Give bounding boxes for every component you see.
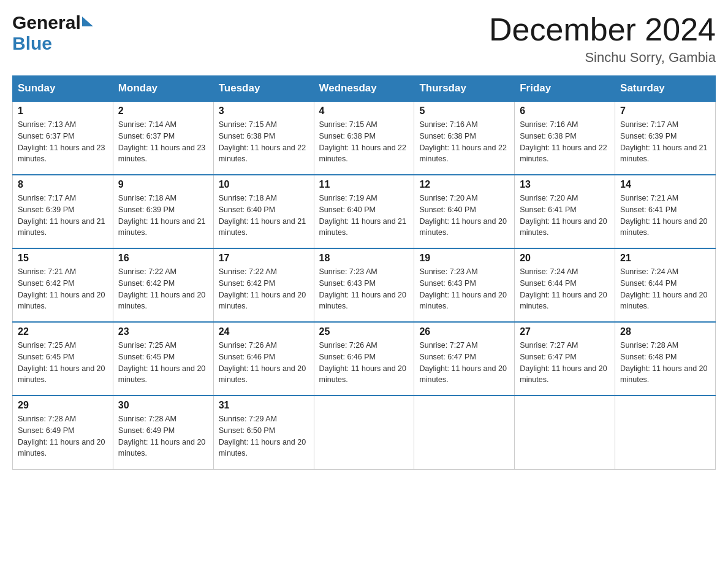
day-number: 3 bbox=[219, 105, 309, 117]
calendar-week-row: 29Sunrise: 7:28 AMSunset: 6:49 PMDayligh… bbox=[13, 396, 716, 469]
calendar-cell: 18Sunrise: 7:23 AMSunset: 6:43 PMDayligh… bbox=[314, 248, 414, 322]
day-info: Sunrise: 7:23 AMSunset: 6:43 PMDaylight:… bbox=[419, 266, 509, 312]
day-info: Sunrise: 7:14 AMSunset: 6:37 PMDaylight:… bbox=[118, 119, 208, 165]
day-number: 13 bbox=[520, 179, 610, 190]
calendar-cell: 28Sunrise: 7:28 AMSunset: 6:48 PMDayligh… bbox=[615, 322, 716, 396]
calendar-cell: 26Sunrise: 7:27 AMSunset: 6:47 PMDayligh… bbox=[414, 322, 515, 396]
day-info: Sunrise: 7:28 AMSunset: 6:49 PMDaylight:… bbox=[18, 413, 108, 459]
day-number: 6 bbox=[520, 105, 610, 117]
calendar-cell: 17Sunrise: 7:22 AMSunset: 6:42 PMDayligh… bbox=[213, 248, 314, 322]
day-info: Sunrise: 7:20 AMSunset: 6:40 PMDaylight:… bbox=[419, 193, 509, 239]
calendar-cell: 30Sunrise: 7:28 AMSunset: 6:49 PMDayligh… bbox=[113, 396, 213, 469]
day-number: 21 bbox=[620, 253, 710, 264]
day-info: Sunrise: 7:28 AMSunset: 6:48 PMDaylight:… bbox=[620, 340, 710, 386]
column-header-wednesday: Wednesday bbox=[314, 76, 414, 102]
day-info: Sunrise: 7:26 AMSunset: 6:46 PMDaylight:… bbox=[219, 340, 309, 386]
calendar-cell: 1Sunrise: 7:13 AMSunset: 6:37 PMDaylight… bbox=[13, 101, 113, 175]
day-number: 4 bbox=[319, 105, 409, 117]
day-info: Sunrise: 7:24 AMSunset: 6:44 PMDaylight:… bbox=[620, 266, 710, 312]
logo-general-text: General bbox=[12, 12, 81, 33]
logo-arrow-icon bbox=[82, 17, 93, 26]
page-header: General Blue December 2024 Sinchu Sorry,… bbox=[12, 12, 716, 66]
day-info: Sunrise: 7:23 AMSunset: 6:43 PMDaylight:… bbox=[319, 266, 409, 312]
day-info: Sunrise: 7:29 AMSunset: 6:50 PMDaylight:… bbox=[219, 413, 309, 459]
column-header-thursday: Thursday bbox=[414, 76, 515, 102]
day-info: Sunrise: 7:13 AMSunset: 6:37 PMDaylight:… bbox=[18, 119, 108, 165]
calendar-cell: 2Sunrise: 7:14 AMSunset: 6:37 PMDaylight… bbox=[113, 101, 213, 175]
day-info: Sunrise: 7:27 AMSunset: 6:47 PMDaylight:… bbox=[520, 340, 610, 386]
calendar-cell: 31Sunrise: 7:29 AMSunset: 6:50 PMDayligh… bbox=[213, 396, 314, 469]
column-header-tuesday: Tuesday bbox=[213, 76, 314, 102]
day-number: 24 bbox=[219, 326, 309, 337]
calendar-cell: 22Sunrise: 7:25 AMSunset: 6:45 PMDayligh… bbox=[13, 322, 113, 396]
calendar-cell: 15Sunrise: 7:21 AMSunset: 6:42 PMDayligh… bbox=[13, 248, 113, 322]
column-header-monday: Monday bbox=[113, 76, 213, 102]
month-title: December 2024 bbox=[489, 12, 716, 47]
calendar-cell: 13Sunrise: 7:20 AMSunset: 6:41 PMDayligh… bbox=[515, 175, 615, 248]
day-info: Sunrise: 7:21 AMSunset: 6:42 PMDaylight:… bbox=[18, 266, 108, 312]
day-number: 12 bbox=[419, 179, 509, 190]
day-number: 2 bbox=[118, 105, 208, 117]
calendar-week-row: 15Sunrise: 7:21 AMSunset: 6:42 PMDayligh… bbox=[13, 248, 716, 322]
day-number: 20 bbox=[520, 253, 610, 264]
day-info: Sunrise: 7:22 AMSunset: 6:42 PMDaylight:… bbox=[219, 266, 309, 312]
day-number: 29 bbox=[18, 400, 108, 411]
calendar-cell bbox=[314, 396, 414, 469]
day-info: Sunrise: 7:17 AMSunset: 6:39 PMDaylight:… bbox=[620, 119, 710, 165]
day-info: Sunrise: 7:18 AMSunset: 6:39 PMDaylight:… bbox=[118, 193, 208, 239]
calendar-header-row: SundayMondayTuesdayWednesdayThursdayFrid… bbox=[13, 76, 716, 102]
day-number: 27 bbox=[520, 326, 610, 337]
calendar-cell: 3Sunrise: 7:15 AMSunset: 6:38 PMDaylight… bbox=[213, 101, 314, 175]
title-block: December 2024 Sinchu Sorry, Gambia bbox=[489, 12, 716, 66]
calendar-cell: 25Sunrise: 7:26 AMSunset: 6:46 PMDayligh… bbox=[314, 322, 414, 396]
column-header-friday: Friday bbox=[515, 76, 615, 102]
day-number: 18 bbox=[319, 253, 409, 264]
day-info: Sunrise: 7:21 AMSunset: 6:41 PMDaylight:… bbox=[620, 193, 710, 239]
column-header-saturday: Saturday bbox=[615, 76, 716, 102]
day-number: 8 bbox=[18, 179, 108, 190]
location-title: Sinchu Sorry, Gambia bbox=[489, 50, 716, 66]
calendar-cell: 24Sunrise: 7:26 AMSunset: 6:46 PMDayligh… bbox=[213, 322, 314, 396]
calendar-cell: 8Sunrise: 7:17 AMSunset: 6:39 PMDaylight… bbox=[13, 175, 113, 248]
day-number: 30 bbox=[118, 400, 208, 411]
day-number: 17 bbox=[219, 253, 309, 264]
calendar-cell: 9Sunrise: 7:18 AMSunset: 6:39 PMDaylight… bbox=[113, 175, 213, 248]
calendar-cell: 21Sunrise: 7:24 AMSunset: 6:44 PMDayligh… bbox=[615, 248, 716, 322]
day-number: 26 bbox=[419, 326, 509, 337]
day-number: 31 bbox=[219, 400, 309, 411]
calendar-cell: 10Sunrise: 7:18 AMSunset: 6:40 PMDayligh… bbox=[213, 175, 314, 248]
day-info: Sunrise: 7:17 AMSunset: 6:39 PMDaylight:… bbox=[18, 193, 108, 239]
calendar-cell bbox=[414, 396, 515, 469]
day-info: Sunrise: 7:22 AMSunset: 6:42 PMDaylight:… bbox=[118, 266, 208, 312]
day-number: 19 bbox=[419, 253, 509, 264]
day-number: 28 bbox=[620, 326, 710, 337]
calendar-cell: 20Sunrise: 7:24 AMSunset: 6:44 PMDayligh… bbox=[515, 248, 615, 322]
calendar-cell bbox=[515, 396, 615, 469]
calendar-cell: 14Sunrise: 7:21 AMSunset: 6:41 PMDayligh… bbox=[615, 175, 716, 248]
calendar-cell: 23Sunrise: 7:25 AMSunset: 6:45 PMDayligh… bbox=[113, 322, 213, 396]
day-number: 15 bbox=[18, 253, 108, 264]
day-info: Sunrise: 7:19 AMSunset: 6:40 PMDaylight:… bbox=[319, 193, 409, 239]
logo: General Blue bbox=[12, 12, 93, 54]
day-number: 1 bbox=[18, 105, 108, 117]
day-number: 14 bbox=[620, 179, 710, 190]
day-number: 7 bbox=[620, 105, 710, 117]
day-info: Sunrise: 7:18 AMSunset: 6:40 PMDaylight:… bbox=[219, 193, 309, 239]
calendar-table: SundayMondayTuesdayWednesdayThursdayFrid… bbox=[12, 75, 716, 470]
calendar-week-row: 1Sunrise: 7:13 AMSunset: 6:37 PMDaylight… bbox=[13, 101, 716, 175]
calendar-cell: 27Sunrise: 7:27 AMSunset: 6:47 PMDayligh… bbox=[515, 322, 615, 396]
day-number: 23 bbox=[118, 326, 208, 337]
day-number: 22 bbox=[18, 326, 108, 337]
calendar-cell: 11Sunrise: 7:19 AMSunset: 6:40 PMDayligh… bbox=[314, 175, 414, 248]
day-info: Sunrise: 7:25 AMSunset: 6:45 PMDaylight:… bbox=[18, 340, 108, 386]
day-number: 10 bbox=[219, 179, 309, 190]
day-info: Sunrise: 7:24 AMSunset: 6:44 PMDaylight:… bbox=[520, 266, 610, 312]
calendar-cell bbox=[615, 396, 716, 469]
calendar-week-row: 22Sunrise: 7:25 AMSunset: 6:45 PMDayligh… bbox=[13, 322, 716, 396]
day-info: Sunrise: 7:25 AMSunset: 6:45 PMDaylight:… bbox=[118, 340, 208, 386]
day-info: Sunrise: 7:16 AMSunset: 6:38 PMDaylight:… bbox=[419, 119, 509, 165]
day-info: Sunrise: 7:15 AMSunset: 6:38 PMDaylight:… bbox=[219, 119, 309, 165]
calendar-cell: 4Sunrise: 7:15 AMSunset: 6:38 PMDaylight… bbox=[314, 101, 414, 175]
calendar-cell: 19Sunrise: 7:23 AMSunset: 6:43 PMDayligh… bbox=[414, 248, 515, 322]
calendar-cell: 5Sunrise: 7:16 AMSunset: 6:38 PMDaylight… bbox=[414, 101, 515, 175]
